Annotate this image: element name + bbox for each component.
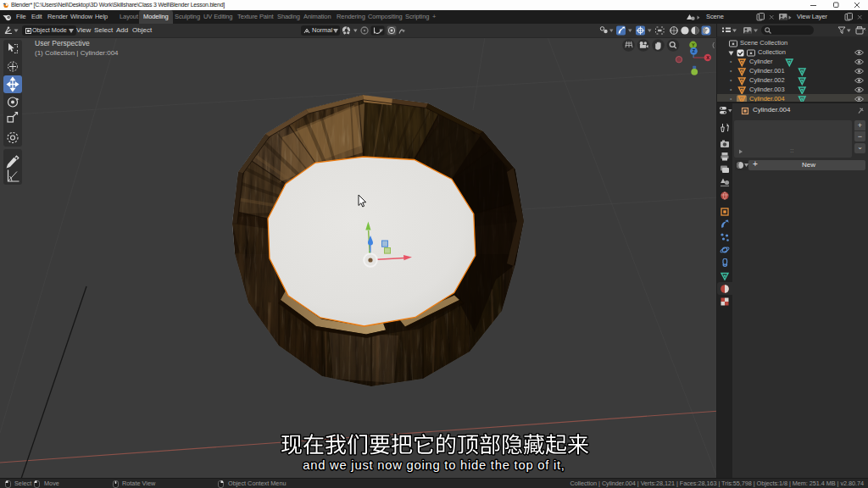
svg-text:(1) Collection | Cylinder:004: (1) Collection | Cylinder:004 <box>35 49 119 57</box>
svg-text:User Perspective: User Perspective <box>35 39 90 47</box>
svg-text:Y: Y <box>692 42 695 47</box>
svg-text:and we just now going to hide: and we just now going to hide the top of… <box>303 458 565 472</box>
svg-text:X: X <box>706 55 709 60</box>
